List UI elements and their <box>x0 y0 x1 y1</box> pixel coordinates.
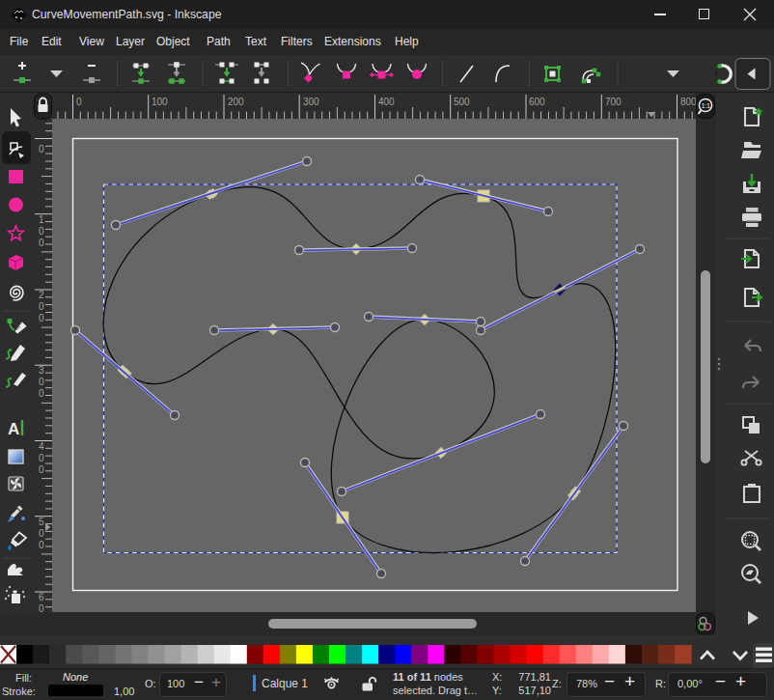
svg-text:0: 0 <box>39 603 44 612</box>
svg-text:2: 2 <box>39 290 44 300</box>
svg-text:0: 0 <box>39 528 44 539</box>
svg-text:0: 0 <box>39 377 44 387</box>
svg-text:700: 700 <box>605 97 622 107</box>
svg-text:0: 0 <box>39 540 44 550</box>
svg-text:200: 200 <box>228 97 244 107</box>
svg-text:0: 0 <box>39 453 44 463</box>
svg-text:3: 3 <box>39 365 44 376</box>
svg-text:0: 0 <box>39 226 44 237</box>
svg-text:600: 600 <box>529 97 545 107</box>
svg-text:0: 0 <box>39 388 44 399</box>
svg-text:5: 5 <box>39 517 44 527</box>
svg-text:0: 0 <box>39 301 44 312</box>
svg-text:500: 500 <box>454 97 470 107</box>
svg-text:0: 0 <box>39 144 44 154</box>
svg-text:4: 4 <box>39 441 44 452</box>
svg-text:0: 0 <box>39 238 44 248</box>
svg-text:1: 1 <box>39 214 44 225</box>
svg-text:300: 300 <box>303 97 319 107</box>
svg-text:0: 0 <box>76 97 82 107</box>
svg-text:100: 100 <box>152 97 168 107</box>
svg-text:0: 0 <box>39 464 44 475</box>
svg-text:800: 800 <box>680 97 696 107</box>
svg-text:400: 400 <box>378 97 395 107</box>
svg-text:6: 6 <box>39 592 44 602</box>
svg-text:A: A <box>8 420 19 438</box>
svg-text:0: 0 <box>39 313 44 323</box>
